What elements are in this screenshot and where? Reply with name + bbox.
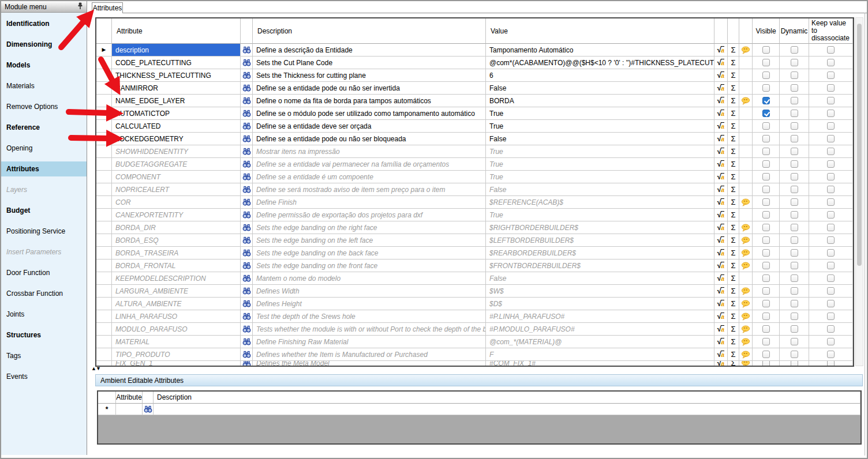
- keep-checkbox[interactable]: [809, 348, 853, 361]
- visible-checkbox[interactable]: [753, 348, 780, 361]
- header-keep-value[interactable]: Keep value to disassociate: [809, 18, 853, 44]
- sigma-icon[interactable]: Σ: [728, 209, 739, 221]
- row-selector[interactable]: [96, 158, 112, 171]
- value-cell[interactable]: @com*(ACABAMENTO)@@($H$<10 ? '0' : '')#T…: [486, 57, 714, 69]
- sigma-icon[interactable]: Σ: [728, 133, 739, 145]
- find-icon[interactable]: [241, 310, 253, 323]
- header-visible[interactable]: Visible: [753, 18, 780, 44]
- comment-icon[interactable]: [739, 196, 753, 209]
- ambient-new-row[interactable]: *: [98, 404, 860, 415]
- sigma-icon[interactable]: Σ: [728, 120, 739, 133]
- value-cell[interactable]: $FRONTBORDERBUILDER$: [486, 259, 714, 272]
- find-icon[interactable]: [241, 272, 253, 285]
- keep-checkbox[interactable]: [809, 298, 853, 310]
- description-cell[interactable]: Define Finish: [253, 196, 486, 209]
- sidebar-item-crossbar-function[interactable]: Crossbar Function: [1, 286, 87, 301]
- keep-checkbox[interactable]: [809, 44, 853, 57]
- sidebar-item-events[interactable]: Events: [1, 369, 87, 384]
- comment-icon[interactable]: [739, 221, 753, 234]
- header-dynamic[interactable]: Dynamic: [780, 18, 809, 44]
- row-selector[interactable]: [96, 82, 112, 95]
- comment-icon[interactable]: [739, 133, 753, 145]
- description-cell[interactable]: Define o nome da fita de borda para tamp…: [253, 95, 486, 107]
- attribute-cell[interactable]: CANEXPORTENTITY: [112, 209, 241, 221]
- formula-icon[interactable]: √a: [714, 310, 728, 323]
- sidebar-item-materials[interactable]: Materials: [1, 78, 87, 93]
- visible-checkbox[interactable]: [753, 44, 780, 57]
- description-cell[interactable]: Defines Height: [253, 298, 486, 310]
- description-cell[interactable]: Tests whether the module is with or with…: [253, 323, 486, 336]
- sidebar-item-identification[interactable]: Identification: [1, 16, 87, 31]
- visible-checkbox[interactable]: [753, 285, 780, 298]
- value-cell[interactable]: Tamponamento Automático: [486, 44, 714, 57]
- attribute-cell[interactable]: ALTURA_AMBIENTE: [112, 298, 241, 310]
- ambient-header-attribute[interactable]: Attribute: [116, 392, 143, 404]
- value-cell[interactable]: False: [486, 82, 714, 95]
- value-cell[interactable]: $D$: [486, 298, 714, 310]
- find-icon[interactable]: [241, 361, 253, 366]
- dynamic-checkbox[interactable]: [780, 196, 809, 209]
- description-cell[interactable]: Mostrar itens na impressão: [253, 145, 486, 158]
- value-cell[interactable]: BORDA: [486, 95, 714, 107]
- header-value[interactable]: Value: [486, 18, 714, 44]
- comment-icon[interactable]: [739, 247, 753, 259]
- row-selector[interactable]: [96, 120, 112, 133]
- formula-icon[interactable]: √a: [714, 145, 728, 158]
- value-cell[interactable]: False: [486, 133, 714, 145]
- formula-icon[interactable]: √a: [714, 361, 728, 366]
- keep-checkbox[interactable]: [809, 82, 853, 95]
- description-cell[interactable]: Define se a entidade vai permanecer na f…: [253, 158, 486, 171]
- scroll-up-icon[interactable]: ▲: [91, 366, 96, 371]
- keep-checkbox[interactable]: [809, 272, 853, 285]
- sigma-icon[interactable]: Σ: [728, 69, 739, 82]
- value-cell[interactable]: True: [486, 158, 714, 171]
- find-icon[interactable]: [143, 404, 154, 415]
- description-cell[interactable]: Sets the edge banding on the right face: [253, 221, 486, 234]
- formula-icon[interactable]: √a: [714, 196, 728, 209]
- visible-checkbox[interactable]: [753, 209, 780, 221]
- description-cell[interactable]: Defines whether the Item is Manufactured…: [253, 348, 486, 361]
- visible-checkbox[interactable]: [753, 247, 780, 259]
- visible-checkbox[interactable]: [753, 183, 780, 196]
- comment-icon[interactable]: [739, 69, 753, 82]
- keep-checkbox[interactable]: [809, 285, 853, 298]
- pin-icon[interactable]: [77, 2, 83, 12]
- find-icon[interactable]: [241, 183, 253, 196]
- value-cell[interactable]: True: [486, 209, 714, 221]
- sidebar-item-structures[interactable]: Structures: [1, 328, 87, 343]
- find-icon[interactable]: [241, 336, 253, 348]
- row-selector[interactable]: [96, 361, 112, 366]
- visible-checkbox[interactable]: [753, 272, 780, 285]
- find-icon[interactable]: [241, 247, 253, 259]
- sidebar-item-opening[interactable]: Opening: [1, 141, 87, 156]
- dynamic-checkbox[interactable]: [780, 69, 809, 82]
- dynamic-checkbox[interactable]: [780, 298, 809, 310]
- attribute-cell[interactable]: MODULO_PARAFUSO: [112, 323, 241, 336]
- comment-icon[interactable]: [739, 310, 753, 323]
- value-cell[interactable]: $REFERENCE(ACAB)$: [486, 196, 714, 209]
- sigma-icon[interactable]: Σ: [728, 82, 739, 95]
- dynamic-checkbox[interactable]: [780, 57, 809, 69]
- comment-icon[interactable]: [739, 107, 753, 120]
- find-icon[interactable]: [241, 95, 253, 107]
- value-cell[interactable]: 6: [486, 69, 714, 82]
- visible-checkbox[interactable]: [753, 310, 780, 323]
- find-icon[interactable]: [241, 57, 253, 69]
- value-cell[interactable]: True: [486, 107, 714, 120]
- value-cell[interactable]: #P.LINHA_PARAFUSO#: [486, 310, 714, 323]
- description-cell[interactable]: Define a descrição da Entidade: [253, 44, 486, 57]
- visible-checkbox[interactable]: [753, 298, 780, 310]
- find-icon[interactable]: [241, 221, 253, 234]
- row-selector[interactable]: [96, 107, 112, 120]
- sigma-icon[interactable]: Σ: [728, 183, 739, 196]
- attribute-cell[interactable]: LINHA_PARAFUSO: [112, 310, 241, 323]
- description-cell[interactable]: Define se a entidade pode ou não ser inv…: [253, 82, 486, 95]
- row-selector[interactable]: [96, 336, 112, 348]
- sigma-icon[interactable]: Σ: [728, 158, 739, 171]
- formula-icon[interactable]: √a: [714, 285, 728, 298]
- formula-icon[interactable]: √a: [714, 272, 728, 285]
- visible-checkbox[interactable]: [753, 120, 780, 133]
- formula-icon[interactable]: √a: [714, 348, 728, 361]
- row-selector[interactable]: [96, 57, 112, 69]
- value-cell[interactable]: @com_*(MATERIAL)@: [486, 336, 714, 348]
